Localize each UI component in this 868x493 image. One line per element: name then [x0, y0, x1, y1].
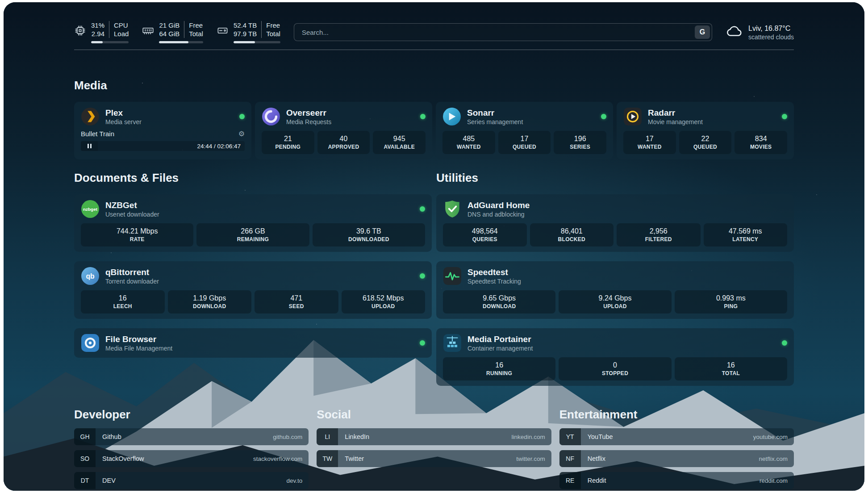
status-dot — [782, 114, 787, 119]
bookmark-abbr: SO — [74, 450, 96, 467]
bookmark-row-netflix[interactable]: NF Netflix netflix.com — [559, 450, 794, 467]
bookmark-name: DEV — [102, 477, 116, 484]
service-name: Radarr — [648, 108, 703, 118]
memory-total-value: 64 GiB — [159, 29, 179, 38]
memory-widget: 21 GiB 64 GiB Free Total — [142, 21, 203, 43]
disk-icon — [217, 25, 229, 38]
service-card-sonarr[interactable]: Sonarr Series management 485 WANTED 17 Q… — [436, 102, 613, 159]
stat-total: 16 TOTAL — [675, 357, 787, 380]
stat-blocked: 86,401 BLOCKED — [530, 223, 614, 246]
bookmark-url: dev.to — [287, 477, 303, 484]
cpu-usage-value: 31% — [91, 21, 104, 29]
cpu-usage-label: CPU — [114, 21, 129, 29]
stat-queued: 22 QUEUED — [679, 131, 732, 154]
stat-ping: 0.993 ms PING — [675, 290, 787, 313]
bookmark-row-dev[interactable]: DT DEV dev.to — [74, 472, 309, 489]
status-dot — [420, 340, 425, 346]
disk-total-value: 97.9 TB — [234, 29, 257, 38]
service-card-overseerr[interactable]: Overseerr Media Requests 21 PENDING 40 A… — [255, 102, 432, 159]
bookmark-row-youtube[interactable]: YT YouTube youtube.com — [559, 428, 794, 445]
status-dot — [420, 206, 425, 212]
bookmark-url: reddit.com — [760, 477, 788, 484]
svg-text:qb: qb — [86, 272, 94, 280]
speedtest-icon — [443, 267, 462, 285]
nzbget-icon: nzbget — [81, 200, 100, 218]
service-card-filebrowser[interactable]: File Browser Media File Management — [74, 328, 432, 358]
cpu-progress-bar — [91, 41, 129, 43]
disk-widget: 52.4 TB 97.9 TB Free Total — [217, 21, 280, 43]
search-input[interactable] — [301, 28, 695, 37]
bookmark-name: Reddit — [588, 477, 606, 484]
now-playing-title: Bullet Train — [81, 130, 114, 138]
service-card-radarr[interactable]: Radarr Movie management 17 WANTED 22 QUE… — [617, 102, 794, 159]
section-media: Media Plex Media server — [74, 79, 794, 159]
radarr-icon — [623, 107, 642, 126]
service-card-adguard[interactable]: AdGuard Home DNS and adblocking 498,564 … — [436, 194, 794, 252]
service-card-nzbget[interactable]: nzbget NZBGet Usenet downloader 744.21 M… — [74, 194, 432, 252]
service-desc: Media server — [105, 118, 142, 126]
search-bar: G — [294, 23, 712, 41]
service-desc: Container management — [467, 344, 533, 352]
cpu-load-label: Load — [114, 29, 129, 38]
bookmark-url: stackoverflow.com — [253, 455, 302, 462]
service-card-portainer[interactable]: Media Portainer Container management 16 … — [436, 328, 794, 386]
stat-available: 945 AVAILABLE — [373, 131, 426, 154]
bookmark-name: YouTube — [588, 433, 613, 440]
bookmark-group-developer: Developer GH Github github.com SO StackO… — [74, 408, 309, 491]
section-title-utilities: Utilities — [436, 171, 794, 184]
bookmark-name: Netflix — [588, 455, 605, 462]
disk-progress-bar — [234, 41, 280, 43]
bookmark-row-github[interactable]: GH Github github.com — [74, 428, 309, 445]
section-title-social: Social — [317, 408, 551, 421]
service-desc: DNS and adblocking — [467, 210, 530, 218]
gear-icon[interactable]: ⚙ — [238, 130, 245, 138]
bookmark-abbr: GH — [74, 428, 96, 445]
stat-upload: 9.24 Gbps UPLOAD — [559, 290, 671, 313]
service-desc: Media File Management — [105, 344, 172, 352]
service-desc: Movie management — [648, 118, 703, 126]
service-name: AdGuard Home — [467, 200, 530, 210]
stat-leech: 16 LEECH — [81, 290, 165, 313]
dashboard-window: 31% 2.94 CPU Load — [4, 2, 864, 491]
pause-button[interactable] — [81, 141, 98, 151]
service-desc: Speedtest Tracking — [467, 277, 521, 285]
service-card-speedtest[interactable]: Speedtest Speedtest Tracking 9.65 Gbps D… — [436, 261, 794, 319]
service-name: Plex — [105, 108, 142, 118]
bookmark-url: linkedin.com — [512, 434, 545, 440]
service-name: Sonarr — [467, 108, 523, 118]
status-dot — [239, 114, 245, 119]
bookmark-abbr: TW — [317, 450, 338, 467]
bookmark-abbr: NF — [559, 450, 581, 467]
bookmark-row-twitter[interactable]: TW Twitter twitter.com — [317, 450, 551, 467]
bookmark-row-stackoverflow[interactable]: SO StackOverflow stackoverflow.com — [74, 450, 309, 467]
top-bar: 31% 2.94 CPU Load — [74, 2, 794, 43]
search-provider-icon[interactable]: G — [695, 25, 710, 39]
section-title-developer: Developer — [74, 408, 309, 421]
disk-free-value: 52.4 TB — [234, 21, 257, 29]
filebrowser-icon — [81, 334, 100, 352]
bookmark-url: youtube.com — [753, 434, 788, 440]
stat-queued: 17 QUEUED — [498, 131, 551, 154]
bookmarks-section: Developer GH Github github.com SO StackO… — [74, 408, 794, 491]
section-title-media: Media — [74, 79, 794, 92]
service-name: Media Portainer — [467, 334, 533, 344]
memory-progress-bar — [159, 41, 203, 43]
service-card-qbittorrent[interactable]: qb qBittorrent Torrent downloader 16 LEE… — [74, 261, 432, 319]
cpu-widget: 31% 2.94 CPU Load — [74, 21, 129, 43]
stat-wanted: 17 WANTED — [623, 131, 676, 154]
service-name: qBittorrent — [105, 267, 159, 277]
bookmark-name: Twitter — [345, 455, 364, 462]
stat-upload: 618.52 Mbps UPLOAD — [342, 290, 426, 313]
cpu-icon — [74, 25, 86, 38]
bookmark-name: LinkedIn — [345, 433, 369, 440]
stat-queries: 498,564 QUERIES — [443, 223, 527, 246]
bookmark-row-reddit[interactable]: RE Reddit reddit.com — [559, 472, 794, 489]
weather-widget[interactable]: Lviv, 16.87°C scattered clouds — [726, 23, 794, 42]
status-dot — [601, 114, 606, 119]
bookmark-row-linkedin[interactable]: LI LinkedIn linkedin.com — [317, 428, 551, 445]
service-card-plex[interactable]: Plex Media server Bullet Train ⚙ — [74, 102, 251, 159]
portainer-icon — [443, 334, 462, 352]
plex-icon — [81, 107, 100, 126]
section-title-documents: Documents & Files — [74, 171, 432, 184]
memory-total-label: Total — [189, 29, 203, 38]
